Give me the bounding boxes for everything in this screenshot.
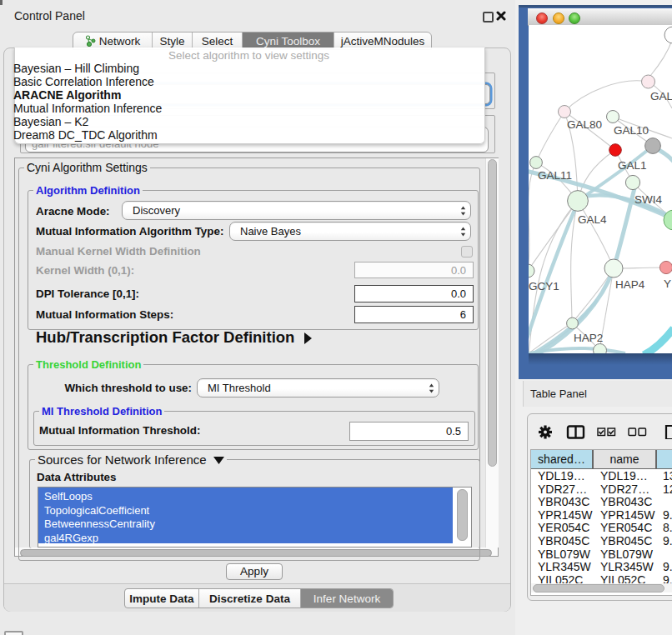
svg-text:GAL10: GAL10 (614, 124, 649, 137)
svg-text:GAL80: GAL80 (567, 118, 602, 131)
svg-text:GAL11: GAL11 (538, 169, 572, 182)
svg-text:GAL1: GAL1 (618, 159, 647, 172)
svg-text:HAP2: HAP2 (574, 332, 603, 344)
svg-text:GCY1: GCY1 (529, 280, 559, 292)
svg-text:Y: Y (664, 278, 671, 290)
svg-text:HAP4: HAP4 (615, 278, 645, 291)
svg-text:GAL4: GAL4 (578, 213, 607, 226)
svg-text:GAL: GAL (650, 90, 672, 102)
svg-text:SWI4: SWI4 (634, 193, 662, 206)
